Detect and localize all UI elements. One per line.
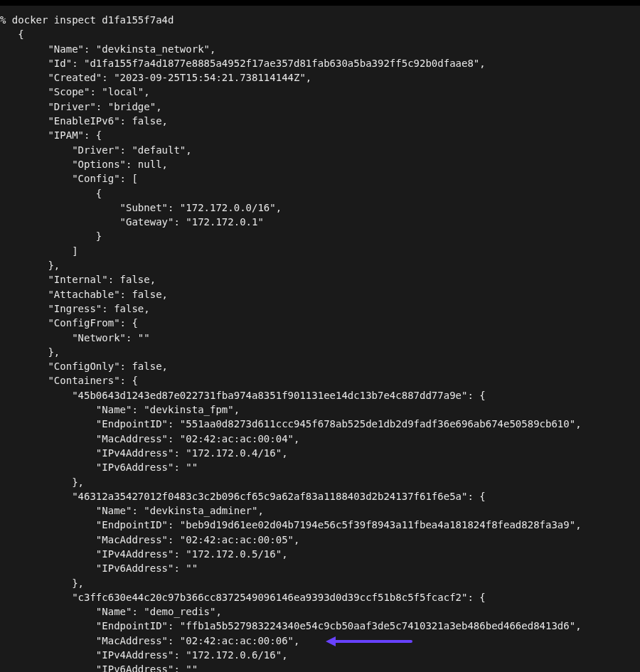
output-line: "Ingress": false, (0, 302, 640, 316)
output-line: "46312a35427012f0483c3c2b096cf65c9a62af8… (0, 489, 640, 503)
output-line: }, (0, 258, 640, 272)
output-line: "Name": "demo_redis", (0, 604, 640, 619)
output-line: "Network": "" (0, 331, 640, 345)
output-line: "Attachable": false, (0, 287, 640, 302)
output-line: "IPv6Address": "" (0, 662, 640, 672)
output-line: "MacAddress": "02:42:ac:ac:00:05", (0, 533, 640, 547)
output-line: "IPv6Address": "" (0, 460, 640, 474)
output-line: "45b0643d1243ed87e022731fba974a8351f9011… (0, 388, 640, 402)
highlight-arrow-icon (326, 636, 412, 646)
output-line: }, (0, 345, 640, 359)
output-line: "Subnet": "172.172.0.0/16", (0, 201, 640, 215)
output-line: { (0, 27, 640, 41)
output-line: "ConfigFrom": { (0, 316, 640, 330)
output-line: "IPv4Address": "172.172.0.4/16", (0, 446, 640, 460)
output-line: "c3ffc630e44c20c97b366cc8372549096146ea9… (0, 590, 640, 604)
output-line: } (0, 229, 640, 243)
output-line: "Name": "devkinsta_network", (0, 42, 640, 56)
output-line: "Id": "d1fa155f7a4d1877e8885a4952f17ae35… (0, 56, 640, 70)
output-line: ] (0, 244, 640, 258)
output-line: "EndpointID": "ffb1a5b527983224340e54c9c… (0, 619, 640, 633)
output-line: "Config": [ (0, 171, 640, 186)
output-line: "Name": "devkinsta_adminer", (0, 503, 640, 518)
output-line: "ConfigOnly": false, (0, 359, 640, 373)
output-line: "Created": "2023-09-25T15:54:21.73811414… (0, 70, 640, 85)
output-line: }, (0, 475, 640, 489)
output-line: "IPAM": { (0, 128, 640, 142)
output-line: "Internal": false, (0, 272, 640, 287)
output-line: "EnableIPv6": false, (0, 114, 640, 128)
output-line: { (0, 186, 640, 201)
output-line: "Driver": "default", (0, 143, 640, 157)
output-line: "Containers": { (0, 373, 640, 388)
output-line: "MacAddress": "02:42:ac:ac:00:04", (0, 432, 640, 446)
output-line: "IPv6Address": "" (0, 561, 640, 575)
output-line: "EndpointID": "beb9d19d61ee02d04b7194e56… (0, 518, 640, 532)
output-line: "Driver": "bridge", (0, 100, 640, 114)
output-line: "Options": null, (0, 157, 640, 171)
window-top-bar (0, 0, 640, 6)
output-line: "IPv4Address": "172.172.0.6/16", (0, 648, 640, 662)
output-line: "Name": "devkinsta_fpm", (0, 402, 640, 417)
output-line: "Scope": "local", (0, 85, 640, 99)
command-line: % docker inspect d1fa155f7a4d (0, 13, 640, 27)
output-line: "Gateway": "172.172.0.1" (0, 215, 640, 229)
output-line: "MacAddress": "02:42:ac:ac:00:06", (0, 634, 640, 648)
terminal-output[interactable]: % docker inspect d1fa155f7a4d { "Name": … (0, 6, 640, 672)
output-line: }, (0, 576, 640, 590)
output-line: "IPv4Address": "172.172.0.5/16", (0, 547, 640, 561)
output-line: "EndpointID": "551aa0d8273d611ccc945f678… (0, 417, 640, 431)
